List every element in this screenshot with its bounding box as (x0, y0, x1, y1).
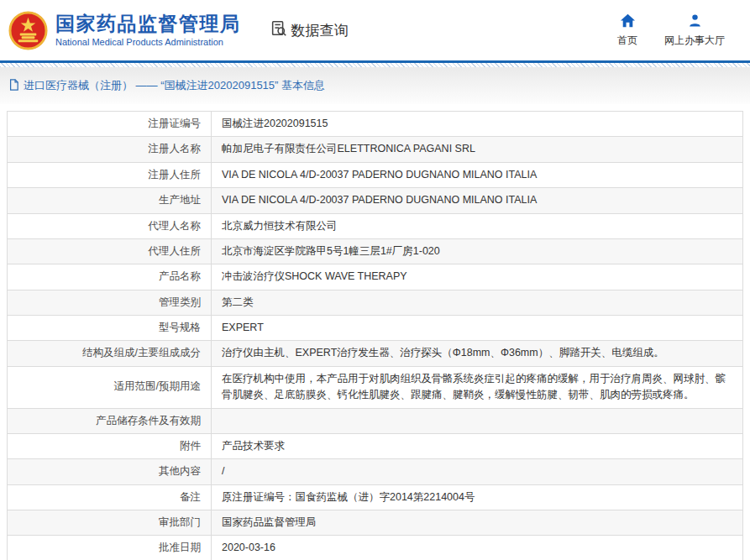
row-label: 管理类别 (8, 290, 212, 315)
row-label: 审批部门 (8, 510, 212, 536)
table-row: 注册证编号国械注进20202091515 (8, 112, 743, 137)
row-label: 备注 (8, 484, 212, 510)
row-value: 治疗仪由主机、EXPERT治疗发生器、治疗探头（Φ18mm、Φ36mm）、脚踏开… (212, 341, 743, 366)
table-row: 产品储存条件及有效期 (8, 408, 743, 433)
row-value: 北京威力恒技术有限公司 (212, 213, 743, 238)
table-row: 管理类别第二类 (8, 290, 743, 315)
table-row: 审批部门国家药品监督管理局 (8, 510, 743, 536)
nav-item-home[interactable]: 首页 (617, 13, 637, 48)
table-row: 注册人名称帕加尼电子有限责任公司ELETTRONICA PAGANI SRL (8, 137, 743, 162)
table-row: 附件产品技术要求 (8, 433, 743, 458)
table-row: 生产地址VIA DE NICOLA 4/D-20037 PADERNO DUGN… (8, 188, 743, 213)
nav-service-hall-label: 网上办事大厅 (664, 34, 725, 48)
row-label: 结构及组成/主要组成成分 (8, 341, 212, 366)
table-row: 其他内容/ (8, 459, 743, 484)
nav-item-service-hall[interactable]: 网上办事大厅 (664, 13, 725, 48)
home-icon (620, 13, 636, 31)
row-label: 注册人住所 (8, 162, 212, 187)
row-value: 在医疗机构中使用，本产品用于对肌肉组织及骨骼系统炎症引起的疼痛的缓解，用于治疗肩… (212, 366, 743, 408)
row-value: EXPERT (212, 316, 743, 341)
info-table-body: 注册证编号国械注进20202091515注册人名称帕加尼电子有限责任公司ELET… (8, 112, 743, 560)
brand-block: 国家药品监督管理局 National Medical Products Admi… (55, 13, 241, 47)
row-label: 生产地址 (8, 188, 212, 213)
row-value: VIA DE NICOLA 4/D-20037 PADERNO DUGNANO … (212, 162, 743, 187)
table-row: 注册人住所VIA DE NICOLA 4/D-20037 PADERNO DUG… (8, 162, 743, 187)
row-value: VIA DE NICOLA 4/D-20037 PADERNO DUGNANO … (212, 188, 743, 213)
breadcrumb-band: 进口医疗器械（注册） —— “国械注进20202091515” 基本信息 (0, 67, 750, 104)
row-label: 适用范围/预期用途 (8, 366, 212, 408)
row-value: 国家药品监督管理局 (212, 510, 743, 536)
row-value: 原注册证编号：国食药监械（进）字2014第2214004号 (212, 484, 743, 510)
row-label: 代理人住所 (8, 238, 212, 264)
data-query-label: 数据查询 (291, 21, 349, 40)
table-row: 批准日期2020-03-16 (8, 536, 743, 560)
site-subtitle: National Medical Products Administration (55, 37, 241, 47)
breadcrumb-text: 进口医疗器械（注册） —— “国械注进20202091515” 基本信息 (24, 78, 325, 93)
row-value (212, 408, 743, 433)
row-label: 产品名称 (8, 264, 212, 290)
row-label: 注册证编号 (8, 112, 212, 137)
row-label: 型号规格 (8, 316, 212, 341)
nav-home-label: 首页 (617, 34, 637, 48)
row-label: 其他内容 (8, 459, 212, 484)
table-row: 备注原注册证编号：国食药监械（进）字2014第2214004号 (8, 484, 743, 510)
row-value: 产品技术要求 (212, 433, 743, 458)
table-row: 结构及组成/主要组成成分治疗仪由主机、EXPERT治疗发生器、治疗探头（Φ18m… (8, 341, 743, 366)
row-label: 产品储存条件及有效期 (8, 408, 212, 433)
row-value: / (212, 459, 743, 484)
row-label: 代理人名称 (8, 213, 212, 238)
registration-info-table: 注册证编号国械注进20202091515注册人名称帕加尼电子有限责任公司ELET… (7, 111, 743, 560)
breadcrumb: 进口医疗器械（注册） —— “国械注进20202091515” 基本信息 (8, 78, 742, 93)
row-label: 注册人名称 (8, 137, 212, 162)
row-label: 附件 (8, 433, 212, 458)
national-emblem-logo (8, 11, 48, 50)
table-row: 产品名称冲击波治疗仪SHOCK WAVE THERAPY (8, 264, 743, 290)
row-value: 帕加尼电子有限责任公司ELETTRONICA PAGANI SRL (212, 137, 743, 162)
document-search-icon (270, 19, 288, 41)
site-header: 国家药品监督管理局 National Medical Products Admi… (0, 0, 750, 60)
table-row: 型号规格EXPERT (8, 316, 743, 341)
row-value: 第二类 (212, 290, 743, 315)
row-value: 冲击波治疗仪SHOCK WAVE THERAPY (212, 264, 743, 290)
page-doc-icon (8, 79, 19, 93)
table-row: 适用范围/预期用途在医疗机构中使用，本产品用于对肌肉组织及骨骼系统炎症引起的疼痛… (8, 366, 743, 408)
top-nav: 首页 网上办事大厅 (617, 13, 737, 48)
table-row: 代理人名称北京威力恒技术有限公司 (8, 213, 743, 238)
site-title: 国家药品监督管理局 (55, 13, 241, 34)
data-query-section: 数据查询 (270, 19, 349, 41)
row-value: 国械注进20202091515 (212, 112, 743, 137)
user-icon (688, 13, 702, 31)
row-value: 2020-03-16 (212, 536, 743, 560)
row-label: 批准日期 (8, 536, 212, 560)
table-row: 代理人住所北京市海淀区学院路甲5号1幢三层1#厂房1-020 (8, 238, 743, 264)
row-value: 北京市海淀区学院路甲5号1幢三层1#厂房1-020 (212, 238, 743, 264)
